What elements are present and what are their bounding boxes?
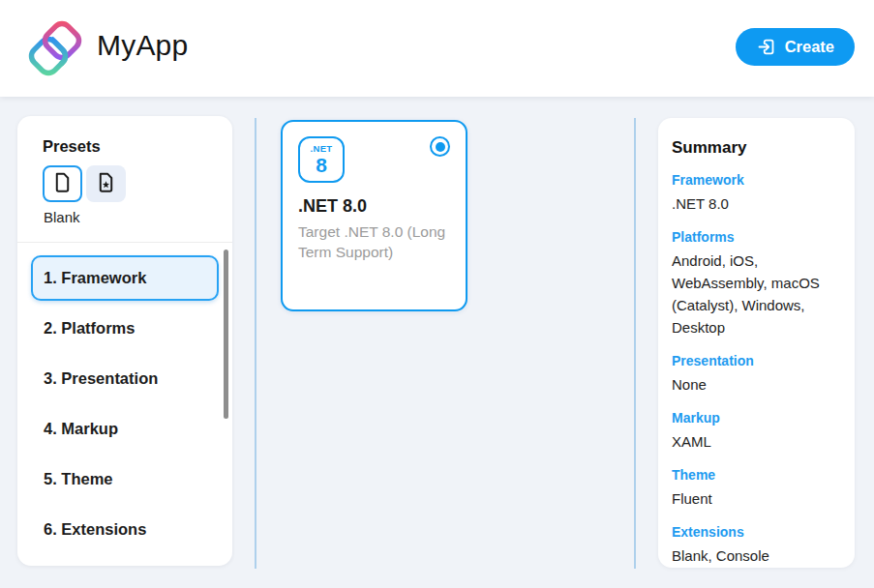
header-bar: MyApp Create	[0, 0, 874, 97]
summary-panel: Summary Framework .NET 8.0 Platforms And…	[658, 118, 855, 568]
step-item-platforms[interactable]: 2. Platforms	[31, 306, 219, 351]
selected-preset-label: Blank	[44, 209, 232, 225]
summary-label-presentation: Presentation	[672, 353, 837, 368]
step-item-theme[interactable]: 5. Theme	[31, 456, 219, 502]
badge-text-8: 8	[316, 155, 327, 175]
blank-document-icon	[50, 170, 75, 197]
create-button-label: Create	[785, 38, 834, 56]
create-button[interactable]: Create	[736, 28, 855, 66]
app-logo-icon	[27, 20, 83, 76]
summary-value-extensions: Blank, Console	[672, 544, 837, 567]
step-item-markup[interactable]: 4. Markup	[31, 406, 219, 452]
divider-content-summary	[634, 118, 636, 569]
enter-arrow-icon	[756, 37, 776, 57]
sidebar-panel: Presets Blank 1. Framew	[17, 116, 232, 566]
sidebar-divider	[17, 242, 232, 243]
summary-value-platforms: Android, iOS, WebAssembly, macOS (Cataly…	[672, 250, 837, 338]
summary-value-theme: Fluent	[672, 487, 837, 510]
summary-value-markup: XAML	[672, 430, 837, 453]
step-item-framework[interactable]: 1. Framework	[31, 255, 219, 301]
framework-option-card[interactable]: .NET 8 .NET 8.0 Target .NET 8.0 (Long Te…	[281, 120, 467, 311]
summary-label-framework: Framework	[672, 172, 837, 188]
step-item-extensions[interactable]: 6. Extensions	[31, 507, 219, 552]
sidebar-scrollbar[interactable]	[224, 250, 228, 419]
starred-document-icon	[94, 170, 118, 197]
divider-sidebar-content	[255, 118, 256, 569]
preset-buttons-row	[43, 165, 232, 202]
page-title: MyApp	[97, 29, 188, 62]
summary-value-framework: .NET 8.0	[672, 192, 837, 215]
summary-label-platforms: Platforms	[672, 229, 837, 245]
framework-card-title: .NET 8.0	[298, 196, 450, 217]
presets-heading: Presets	[43, 137, 232, 156]
dotnet-8-badge-icon: .NET 8	[298, 136, 345, 183]
app-window: MyApp Create Presets	[0, 0, 874, 588]
framework-card-header: .NET 8	[298, 136, 450, 183]
summary-label-markup: Markup	[672, 410, 837, 426]
framework-radio-selected[interactable]	[430, 136, 450, 157]
wizard-step-list: 1. Framework 2. Platforms 3. Presentatio…	[31, 255, 219, 552]
preset-starter-button[interactable]	[86, 165, 126, 202]
summary-label-extensions: Extensions	[672, 524, 837, 540]
preset-blank-button[interactable]	[43, 165, 82, 202]
summary-label-theme: Theme	[672, 467, 837, 483]
summary-heading: Summary	[672, 138, 837, 158]
framework-card-description: Target .NET 8.0 (Long Term Support)	[298, 222, 450, 263]
summary-value-presentation: None	[672, 373, 837, 396]
step-item-presentation[interactable]: 3. Presentation	[31, 356, 219, 401]
badge-text-net: .NET	[311, 144, 333, 154]
